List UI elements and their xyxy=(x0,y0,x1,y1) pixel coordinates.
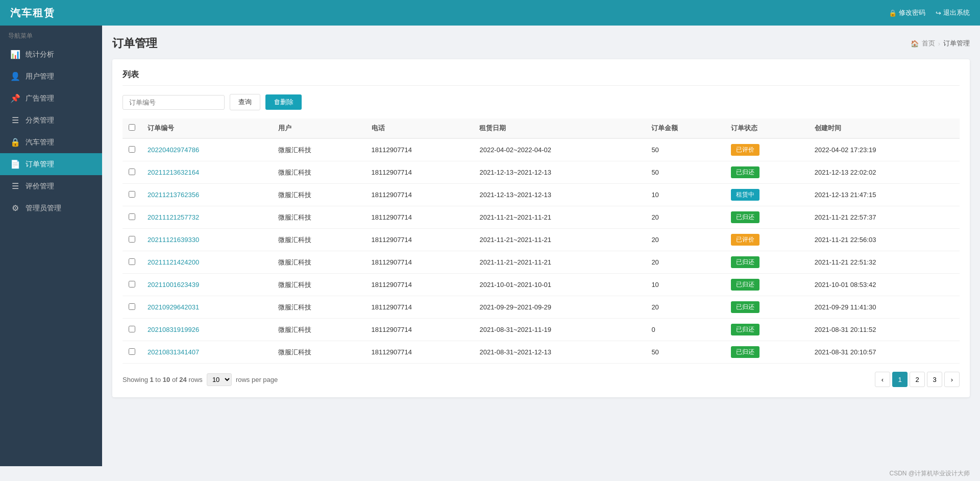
col-rental-date: 租赁日期 xyxy=(473,118,645,138)
orders-icon: 📄 xyxy=(10,159,20,169)
order-id-link[interactable]: 20211213762356 xyxy=(148,191,199,199)
page-btn-2[interactable]: 2 xyxy=(910,372,925,387)
order-id-link[interactable]: 20211121639330 xyxy=(148,236,199,244)
search-input[interactable] xyxy=(122,95,225,110)
next-page-btn[interactable]: › xyxy=(944,372,960,387)
created-cell: 2021-12-13 22:02:02 xyxy=(808,161,960,184)
user-cell: 微服汇科技 xyxy=(272,319,365,341)
row-checkbox[interactable] xyxy=(129,348,135,355)
sidebar-item-label: 统计分析 xyxy=(26,50,54,59)
phone-cell: 18112907714 xyxy=(365,138,474,161)
status-cell: 已归还 xyxy=(725,161,808,184)
list-card: 列表 查询 🗑删除 订单编号 用户 电话 租赁日期 xyxy=(112,59,970,397)
row-checkbox[interactable] xyxy=(129,169,135,175)
row-checkbox[interactable] xyxy=(129,303,135,310)
order-id-link[interactable]: 20210831341407 xyxy=(148,348,199,356)
phone-cell: 18112907714 xyxy=(365,206,474,229)
sidebar-item-reviews[interactable]: ☰评价管理 xyxy=(0,175,102,197)
cars-icon: 🔒 xyxy=(10,137,20,147)
row-checkbox-cell xyxy=(122,184,141,206)
row-checkbox[interactable] xyxy=(129,213,135,220)
sidebar-nav: 📊统计分析👤用户管理📌广告管理☰分类管理🔒汽车管理📄订单管理☰评价管理⚙管理员管… xyxy=(0,43,102,219)
rows-per-page-select[interactable]: 10 20 50 xyxy=(207,373,232,386)
app-logo: 汽车租赁 xyxy=(10,6,55,20)
order-id-link[interactable]: 20220402974786 xyxy=(148,146,199,154)
sidebar-item-admins[interactable]: ⚙管理员管理 xyxy=(0,197,102,219)
row-checkbox[interactable] xyxy=(129,281,135,287)
row-checkbox[interactable] xyxy=(129,146,135,153)
status-badge: 已归还 xyxy=(731,324,760,335)
status-cell: 已归还 xyxy=(725,341,808,364)
created-cell: 2021-10-01 08:53:42 xyxy=(808,274,960,296)
amount-cell: 50 xyxy=(645,341,725,364)
sidebar-item-ads[interactable]: 📌广告管理 xyxy=(0,87,102,109)
row-checkbox[interactable] xyxy=(129,326,135,332)
sidebar-item-stats[interactable]: 📊统计分析 xyxy=(0,43,102,65)
rental-date-cell: 2021-08-31~2021-12-13 xyxy=(473,341,645,364)
rows-per-page-label: rows per page xyxy=(236,376,278,383)
row-checkbox-cell xyxy=(122,229,141,251)
phone-cell: 18112907714 xyxy=(365,274,474,296)
status-cell: 已归还 xyxy=(725,274,808,296)
page-btn-1[interactable]: 1 xyxy=(892,372,908,387)
delete-button[interactable]: 🗑删除 xyxy=(265,94,302,110)
col-user: 用户 xyxy=(272,118,365,138)
order-id-link[interactable]: 20210929642031 xyxy=(148,303,199,311)
order-id-link[interactable]: 20210831919926 xyxy=(148,326,199,333)
footer-credit: CSDN @计算机毕业设计大师 xyxy=(0,466,980,481)
created-cell: 2021-08-31 20:11:52 xyxy=(808,319,960,341)
sidebar-item-cars[interactable]: 🔒汽车管理 xyxy=(0,131,102,153)
row-checkbox[interactable] xyxy=(129,191,135,198)
created-cell: 2021-09-29 11:41:30 xyxy=(808,296,960,319)
row-checkbox[interactable] xyxy=(129,258,135,265)
row-checkbox-cell xyxy=(122,296,141,319)
stats-icon: 📊 xyxy=(10,50,20,59)
table-row: 20211121257732 微服汇科技 18112907714 2021-11… xyxy=(122,206,960,229)
table-row: 20210831341407 微服汇科技 18112907714 2021-08… xyxy=(122,341,960,364)
sidebar-item-users[interactable]: 👤用户管理 xyxy=(0,65,102,87)
sidebar-item-label: 评价管理 xyxy=(26,182,54,191)
status-badge: 租赁中 xyxy=(731,189,760,201)
row-checkbox-cell xyxy=(122,138,141,161)
order-id-link[interactable]: 20211121424200 xyxy=(148,258,199,266)
select-all-checkbox[interactable] xyxy=(129,124,135,131)
status-cell: 已归还 xyxy=(725,296,808,319)
nav-label: 导航菜单 xyxy=(0,26,102,43)
row-checkbox-cell xyxy=(122,206,141,229)
logout-btn[interactable]: ↪ 退出系统 xyxy=(936,8,970,17)
row-checkbox[interactable] xyxy=(129,236,135,243)
sidebar-item-orders[interactable]: 📄订单管理 xyxy=(0,153,102,175)
page-title: 订单管理 xyxy=(112,36,157,51)
order-id-cell: 20210831919926 xyxy=(141,319,272,341)
user-cell: 微服汇科技 xyxy=(272,274,365,296)
row-checkbox-cell xyxy=(122,274,141,296)
status-badge: 已归还 xyxy=(731,211,760,223)
row-checkbox-cell xyxy=(122,251,141,274)
order-id-link[interactable]: 20211121257732 xyxy=(148,213,199,221)
card-title: 列表 xyxy=(122,69,960,86)
order-id-link[interactable]: 20211213632164 xyxy=(148,169,199,176)
user-cell: 微服汇科技 xyxy=(272,296,365,319)
search-button[interactable]: 查询 xyxy=(230,94,260,110)
pagination-pages: ‹123› xyxy=(875,372,960,387)
logout-icon: ↪ xyxy=(936,9,941,17)
main-layout: 导航菜单 📊统计分析👤用户管理📌广告管理☰分类管理🔒汽车管理📄订单管理☰评价管理… xyxy=(0,26,980,466)
created-cell: 2021-11-21 22:51:32 xyxy=(808,251,960,274)
status-cell: 已评价 xyxy=(725,229,808,251)
created-cell: 2022-04-02 17:23:19 xyxy=(808,138,960,161)
page-btn-3[interactable]: 3 xyxy=(927,372,942,387)
row-checkbox-cell xyxy=(122,161,141,184)
change-password-btn[interactable]: 🔒 修改密码 xyxy=(889,8,925,17)
col-order-id: 订单编号 xyxy=(141,118,272,138)
breadcrumb-sep: › xyxy=(938,40,940,47)
sidebar-item-label: 广告管理 xyxy=(26,94,54,103)
order-id-cell: 20211121257732 xyxy=(141,206,272,229)
order-id-link[interactable]: 20211001623439 xyxy=(148,281,199,288)
created-cell: 2021-11-21 22:56:03 xyxy=(808,229,960,251)
rental-date-cell: 2022-04-02~2022-04-02 xyxy=(473,138,645,161)
sidebar-item-categories[interactable]: ☰分类管理 xyxy=(0,109,102,131)
user-cell: 微服汇科技 xyxy=(272,161,365,184)
amount-cell: 50 xyxy=(645,161,725,184)
prev-page-btn[interactable]: ‹ xyxy=(875,372,890,387)
order-id-cell: 20210831341407 xyxy=(141,341,272,364)
